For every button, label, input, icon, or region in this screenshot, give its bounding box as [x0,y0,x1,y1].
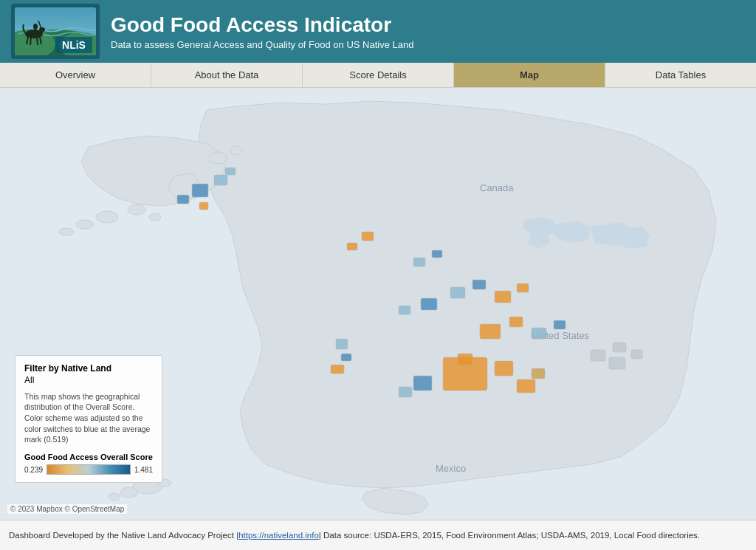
svg-rect-34 [347,243,357,250]
svg-point-11 [33,24,38,30]
svg-point-25 [120,487,138,498]
svg-rect-49 [399,306,410,314]
nav-score-details[interactable]: Score Details [303,63,454,87]
footer-link[interactable]: https://nativeland.info [238,531,319,540]
svg-rect-50 [591,350,605,361]
svg-rect-41 [532,328,546,339]
svg-line-10 [38,31,40,34]
svg-rect-52 [609,357,625,369]
app-title: Good Food Access Indicator [111,13,413,37]
svg-rect-55 [341,354,351,361]
svg-point-18 [76,220,94,229]
nav-data-tables[interactable]: Data Tables [605,63,756,87]
header-text-block: Good Food Access Indicator Data to asses… [111,13,413,50]
svg-rect-46 [413,376,432,391]
logo: NLiS [11,4,100,59]
svg-point-20 [128,204,145,215]
svg-rect-47 [399,387,412,397]
nav-bar: Overview About the Data Score Details Ma… [0,63,756,88]
nav-about-data[interactable]: About the Data [151,63,303,87]
svg-rect-44 [495,361,513,376]
svg-rect-42 [554,320,566,329]
svg-line-7 [37,38,38,45]
svg-rect-33 [362,232,374,241]
map-container: Canada United States Mexico [0,88,756,520]
mexico-label: Mexico [436,463,466,474]
svg-rect-57 [517,379,535,393]
svg-point-23 [230,146,242,155]
nav-overview[interactable]: Overview [0,63,151,87]
svg-rect-31 [225,168,236,175]
svg-rect-39 [480,324,501,339]
nav-map[interactable]: Map [454,63,605,87]
svg-point-19 [59,228,74,236]
map-description: This map shows the geographical distribu… [24,391,153,445]
svg-rect-54 [336,339,348,349]
legend-max-value: 1.481 [134,466,153,474]
svg-rect-59 [413,258,425,267]
svg-rect-45 [458,354,472,365]
svg-rect-58 [532,368,545,379]
svg-rect-48 [421,298,437,310]
svg-rect-56 [331,365,344,374]
legend-gradient: 0.239 1.481 [24,464,153,475]
svg-rect-37 [495,291,511,303]
svg-rect-60 [432,250,442,258]
svg-rect-30 [177,195,189,204]
legend-panel: Filter by Native Land All This map shows… [15,355,162,483]
footer-text-before: Dashboard Developed by the Native Land A… [9,531,238,540]
svg-rect-40 [509,317,523,327]
filter-value: All [24,375,153,385]
legend-min-value: 0.239 [24,466,43,474]
canada-label: Canada [480,182,514,193]
svg-rect-29 [214,175,227,185]
filter-by-native-land-label: Filter by Native Land [24,363,153,374]
footer-text-after: | Data source: USDA-ERS, 2015, Food Envi… [319,531,700,540]
legend-score-title: Good Food Access Overall Score [24,453,153,461]
svg-rect-36 [472,280,486,289]
svg-point-17 [96,211,118,223]
svg-point-22 [209,152,227,164]
svg-rect-28 [192,184,208,197]
app-header: NLiS Good Food Access Indicator Data to … [0,0,756,63]
svg-rect-53 [631,350,642,359]
svg-rect-38 [517,283,529,292]
svg-line-6 [30,38,31,45]
svg-text:NLiS: NLiS [62,39,86,51]
svg-rect-51 [613,343,626,352]
svg-rect-32 [199,202,208,210]
svg-point-21 [149,213,161,221]
app-subtitle: Data to assess General Access and Qualit… [111,39,413,50]
map-copyright: © 2023 Mapbox © OpenStreetMap [7,504,127,514]
footer: Dashboard Developed by the Native Land A… [0,520,756,550]
svg-point-26 [109,493,120,501]
gradient-bar [47,464,131,475]
svg-rect-35 [450,287,465,298]
